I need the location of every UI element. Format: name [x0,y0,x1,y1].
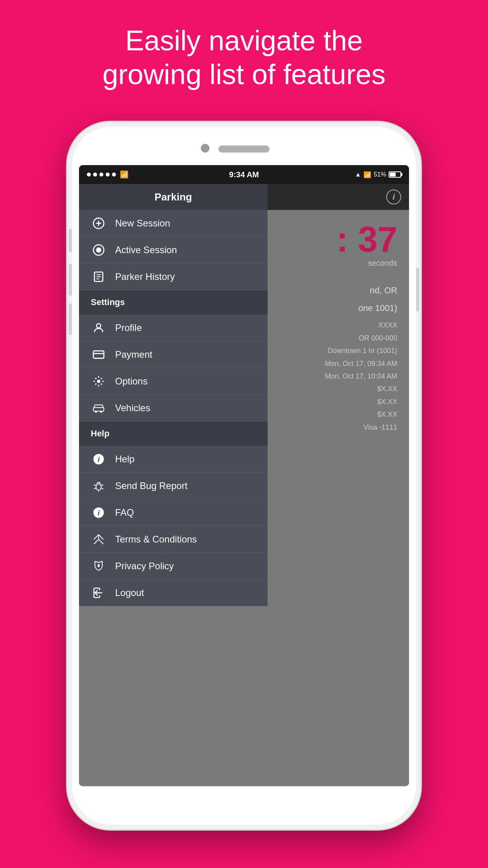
send-bug-report-label: Send Bug Report [115,480,187,491]
help-icon: i [91,451,106,467]
menu-nav-header: Parking [79,184,268,210]
info-icon: i [393,192,395,202]
new-session-icon [91,215,106,231]
menu-item-options[interactable]: Options [79,368,268,395]
options-label: Options [115,376,148,387]
menu-item-parker-history[interactable]: Parker History [79,263,268,290]
logout-icon [91,585,106,601]
status-right: ▲ 📶 51% [355,171,401,178]
terms-icon [91,531,106,547]
terms-conditions-label: Terms & Conditions [115,534,197,545]
wifi-icon: 📶 [120,170,128,179]
svg-line-22 [101,488,103,489]
menu-item-logout[interactable]: Logout [79,579,268,606]
svg-point-15 [100,410,102,412]
privacy-icon [91,558,106,574]
phone-button-left1 [69,229,72,252]
menu-item-new-session[interactable]: New Session [79,210,268,237]
menu-nav-title: Parking [154,191,192,203]
menu-item-payment[interactable]: Payment [79,341,268,368]
status-left: 📶 [87,170,128,179]
new-session-label: New Session [115,218,170,229]
menu-item-terms-conditions[interactable]: Terms & Conditions [79,526,268,553]
status-time: 9:34 AM [229,170,259,179]
active-session-label: Active Session [115,245,177,256]
svg-line-19 [94,485,96,485]
header-line1: Easily navigate the [31,24,457,57]
help-section-header: Help [79,421,268,446]
svg-rect-13 [94,407,104,411]
parker-history-label: Parker History [115,271,175,282]
bug-icon [91,478,106,494]
vehicles-icon [91,400,106,416]
battery-percent: 51% [374,171,386,178]
faq-label: FAQ [115,507,134,518]
svg-line-21 [94,488,96,489]
privacy-policy-label: Privacy Policy [115,561,174,572]
menu-item-active-session[interactable]: Active Session [79,237,268,263]
svg-point-4 [96,247,101,252]
bluetooth-icon: 📶 [363,171,371,178]
svg-point-14 [95,410,97,412]
profile-label: Profile [115,322,142,333]
signal-dot4 [106,173,110,177]
signal-dot1 [87,173,91,177]
active-session-icon [91,242,106,258]
phone-button-left2 [69,264,72,296]
info-button[interactable]: i [386,189,401,204]
parker-history-icon [91,269,106,285]
signal-dot5 [112,173,116,177]
menu-drawer: Parking New Session [79,184,268,786]
svg-point-18 [96,484,101,490]
svg-point-12 [97,380,100,383]
svg-text:i: i [97,508,100,517]
status-bar: 📶 9:34 AM ▲ 📶 51% [79,165,409,184]
help-label: Help [115,454,134,465]
phone-speaker [218,145,270,153]
payment-icon [91,347,106,362]
payment-label: Payment [115,349,152,360]
svg-point-27 [97,564,99,567]
phone-button-left3 [69,303,72,335]
svg-point-9 [97,324,101,328]
header-line2: growing list of features [31,57,457,91]
phone-frame: 📶 9:34 AM ▲ 📶 51% ession i [67,122,421,829]
svg-line-20 [101,485,103,485]
battery-icon [389,171,401,178]
profile-icon [91,320,106,336]
options-icon [91,373,106,389]
menu-item-help[interactable]: i Help [79,446,268,473]
svg-text:i: i [97,455,100,463]
menu-item-faq[interactable]: i FAQ [79,499,268,526]
menu-item-privacy-policy[interactable]: Privacy Policy [79,553,268,579]
phone-screen: 📶 9:34 AM ▲ 📶 51% ession i [79,165,409,786]
settings-section-header: Settings [79,290,268,314]
vehicles-label: Vehicles [115,403,150,414]
signal-dot2 [93,173,97,177]
location-icon: ▲ [355,171,361,178]
faq-icon: i [91,505,106,520]
battery-fill [390,173,396,177]
menu-item-vehicles[interactable]: Vehicles [79,395,268,421]
signal-dot3 [99,173,103,177]
svg-rect-10 [94,351,104,358]
logout-label: Logout [115,587,144,598]
phone-button-right [416,268,419,311]
menu-item-send-bug-report[interactable]: Send Bug Report [79,473,268,499]
menu-item-profile[interactable]: Profile [79,314,268,341]
header-text: Easily navigate the growing list of feat… [0,24,488,92]
phone-camera [201,144,209,153]
